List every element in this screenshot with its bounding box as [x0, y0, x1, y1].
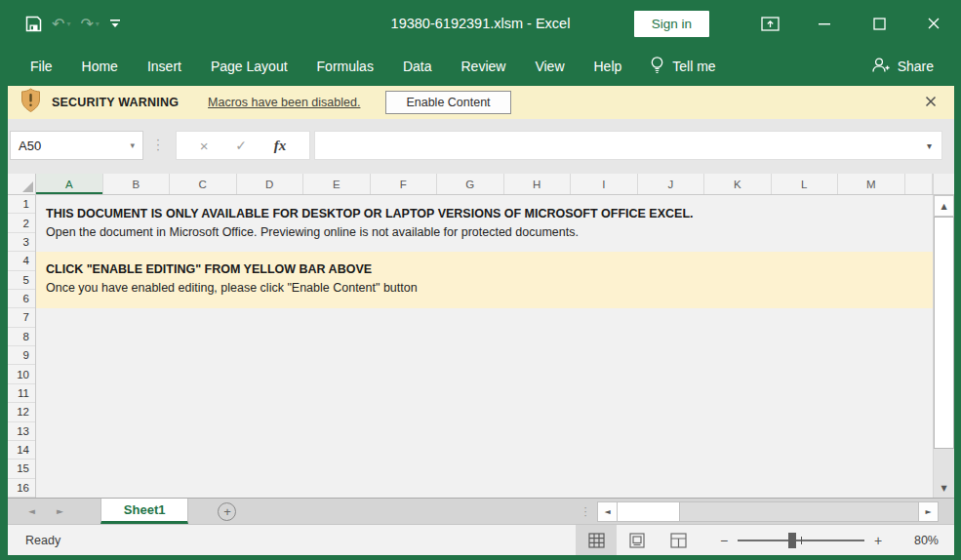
ribbon-tab-help[interactable]: Help: [580, 47, 637, 86]
undo-icon[interactable]: ↶▾: [52, 15, 70, 33]
horizontal-scrollbar[interactable]: ◄ ►: [597, 501, 939, 522]
sheet-cells-area[interactable]: THIS DOCUMENT IS ONLY AVAILABLE FOR DESK…: [36, 195, 933, 498]
cancel-icon[interactable]: ×: [200, 138, 209, 154]
vertical-scrollbar-track[interactable]: [934, 449, 954, 478]
zoom-level-label[interactable]: 80%: [901, 534, 939, 547]
title-bar: ↶▾ ↷▾ 19380-6192391.xlsm - Excel Sign in: [0, 0, 961, 47]
scroll-up-icon[interactable]: ▲: [934, 195, 954, 217]
sign-in-button[interactable]: Sign in: [634, 11, 709, 37]
column-header-row: ABCDEFGHIJKLM: [8, 174, 954, 195]
ribbon-tab-view[interactable]: View: [520, 47, 579, 86]
quick-access-toolbar: ↶▾ ↷▾: [25, 15, 121, 33]
column-header-h[interactable]: H: [504, 174, 572, 194]
formula-input[interactable]: ▾: [314, 131, 942, 160]
row-header-9[interactable]: 9: [8, 346, 35, 365]
formula-bar-grip[interactable]: ···: [156, 138, 160, 152]
name-box[interactable]: A50 ▾: [10, 131, 143, 160]
column-header-m[interactable]: M: [838, 174, 905, 194]
ribbon-display-options-icon[interactable]: [742, 0, 797, 47]
scroll-left-icon[interactable]: ◄: [598, 502, 618, 521]
column-headers: ABCDEFGHIJKLM: [36, 174, 933, 194]
yellow-highlight-band: [36, 252, 933, 308]
ribbon-tab-insert[interactable]: Insert: [133, 47, 196, 86]
page-layout-view-button[interactable]: [617, 525, 658, 555]
column-header-j[interactable]: J: [638, 174, 705, 194]
column-header-d[interactable]: D: [237, 174, 304, 194]
zoom-slider-thumb[interactable]: [788, 533, 796, 548]
macros-disabled-link[interactable]: Macros have been disabled.: [208, 96, 360, 109]
security-warning-bar: SECURITY WARNING Macros have been disabl…: [8, 86, 954, 119]
row-header-13[interactable]: 13: [8, 422, 35, 441]
status-bar: Ready − +: [8, 524, 954, 555]
horizontal-scrollbar-thumb[interactable]: [618, 502, 680, 521]
zoom-slider[interactable]: [738, 533, 864, 548]
row-header-7[interactable]: 7: [8, 308, 35, 327]
tell-me-control[interactable]: Tell me: [650, 56, 715, 77]
zoom-control: − +: [716, 533, 886, 548]
row-header-4[interactable]: 4: [8, 252, 35, 270]
sheet-tab-sheet1[interactable]: Sheet1: [100, 499, 189, 524]
save-icon[interactable]: [25, 16, 42, 32]
ribbon-tab-row: FileHomeInsertPage LayoutFormulasDataRev…: [0, 47, 961, 86]
page-break-preview-button[interactable]: [658, 525, 699, 555]
enable-content-button[interactable]: Enable Content: [385, 91, 510, 114]
row-header-12[interactable]: 12: [8, 403, 35, 421]
enter-icon[interactable]: ✓: [235, 138, 247, 153]
row-header-14[interactable]: 14: [8, 441, 35, 460]
column-header-partial[interactable]: [905, 174, 934, 194]
share-control[interactable]: Share: [871, 57, 934, 76]
row-header-3[interactable]: 3: [8, 233, 35, 252]
sheet-nav-right-icon[interactable]: ►: [57, 506, 63, 516]
ribbon-tab-page-layout[interactable]: Page Layout: [196, 47, 302, 86]
ribbon-tab-home[interactable]: Home: [67, 47, 133, 86]
new-sheet-icon[interactable]: +: [218, 502, 236, 521]
maximize-button[interactable]: [852, 0, 906, 47]
row-header-6[interactable]: 6: [8, 290, 35, 308]
redo-icon[interactable]: ↷▾: [80, 15, 99, 33]
scroll-down-icon[interactable]: ▼: [934, 478, 954, 498]
column-header-e[interactable]: E: [303, 174, 371, 194]
formula-bar-expand-icon[interactable]: ▾: [927, 140, 932, 151]
row-header-16[interactable]: 16: [8, 479, 35, 498]
tabbar-grip[interactable]: ···: [583, 505, 587, 517]
column-header-b[interactable]: B: [103, 174, 171, 194]
message-line2-body: Once you have enabled editing, please cl…: [46, 281, 418, 295]
row-header-11[interactable]: 11: [8, 384, 35, 403]
ribbon-tabs: FileHomeInsertPage LayoutFormulasDataRev…: [16, 47, 636, 86]
row-header-15[interactable]: 15: [8, 460, 35, 478]
scroll-right-icon[interactable]: ►: [918, 502, 938, 521]
row-header-10[interactable]: 10: [8, 365, 35, 383]
sheet-nav-left-icon[interactable]: ◄: [28, 506, 35, 516]
security-bar-close-icon[interactable]: [925, 95, 937, 110]
ribbon-tab-formulas[interactable]: Formulas: [302, 47, 388, 86]
formula-buttons-group: × ✓ fx: [176, 131, 310, 160]
customize-qat-icon[interactable]: [109, 18, 121, 29]
vertical-scrollbar-thumb[interactable]: [934, 217, 954, 449]
insert-function-icon[interactable]: fx: [274, 138, 287, 154]
vertical-scrollbar[interactable]: ▲ ▼: [933, 195, 954, 498]
select-all-button[interactable]: [8, 174, 36, 194]
close-button[interactable]: [906, 0, 961, 47]
minimize-button[interactable]: [797, 0, 852, 47]
ribbon-tab-file[interactable]: File: [16, 47, 67, 86]
row-header-5[interactable]: 5: [8, 271, 35, 290]
name-box-value: A50: [19, 139, 41, 153]
column-header-a[interactable]: A: [36, 174, 103, 194]
column-header-l[interactable]: L: [772, 174, 839, 194]
column-header-k[interactable]: K: [704, 174, 772, 194]
column-header-i[interactable]: I: [571, 174, 638, 194]
row-header-8[interactable]: 8: [8, 328, 35, 346]
zoom-out-icon[interactable]: −: [716, 533, 732, 548]
ribbon-tab-data[interactable]: Data: [388, 47, 447, 86]
ribbon-tab-review[interactable]: Review: [447, 47, 521, 86]
row-header-1[interactable]: 1: [8, 195, 35, 214]
row-headers: 12345678910111213141516: [8, 195, 36, 498]
name-box-dropdown-icon[interactable]: ▾: [130, 140, 135, 150]
column-header-f[interactable]: F: [371, 174, 438, 194]
column-header-c[interactable]: C: [170, 174, 237, 194]
normal-view-button[interactable]: [576, 525, 617, 555]
formula-bar-row: A50 ▾ ··· × ✓ fx ▾: [8, 119, 954, 174]
column-header-g[interactable]: G: [437, 174, 504, 194]
row-header-2[interactable]: 2: [8, 214, 35, 232]
zoom-in-icon[interactable]: +: [870, 533, 886, 548]
